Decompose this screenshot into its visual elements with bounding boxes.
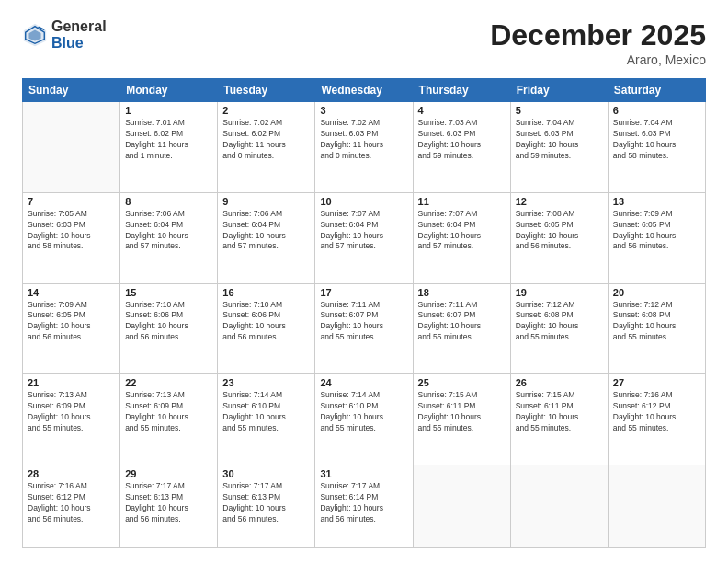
day-cell: 18Sunrise: 7:11 AM Sunset: 6:07 PM Dayli… [413,283,510,374]
title-block: December 2025 Araro, Mexico [490,18,706,67]
day-info: Sunrise: 7:06 AM Sunset: 6:04 PM Dayligh… [222,209,310,253]
logo-general: General [51,18,107,35]
day-number: 7 [28,196,115,207]
header-row: SundayMondayTuesdayWednesdayThursdayFrid… [23,79,706,102]
day-cell: 31Sunrise: 7:17 AM Sunset: 6:14 PM Dayli… [315,465,413,548]
day-cell: 22Sunrise: 7:13 AM Sunset: 6:09 PM Dayli… [120,374,218,465]
day-number: 6 [613,105,700,116]
day-cell: 4Sunrise: 7:03 AM Sunset: 6:03 PM Daylig… [413,102,510,193]
day-info: Sunrise: 7:15 AM Sunset: 6:11 PM Dayligh… [418,390,506,434]
day-cell [510,465,608,548]
day-number: 27 [613,377,700,388]
header: General Blue December 2025 Araro, Mexico [22,18,706,67]
day-number: 3 [320,105,407,116]
day-info: Sunrise: 7:12 AM Sunset: 6:08 PM Dayligh… [516,300,603,344]
day-number: 24 [320,377,407,388]
month-title: December 2025 [490,18,706,52]
day-number: 4 [418,105,506,116]
day-cell: 17Sunrise: 7:11 AM Sunset: 6:07 PM Dayli… [315,283,413,374]
day-number: 29 [125,468,212,479]
day-info: Sunrise: 7:02 AM Sunset: 6:02 PM Dayligh… [222,118,310,162]
col-header-monday: Monday [120,79,218,102]
day-number: 14 [28,287,115,298]
day-info: Sunrise: 7:04 AM Sunset: 6:03 PM Dayligh… [516,118,603,162]
day-cell: 2Sunrise: 7:02 AM Sunset: 6:02 PM Daylig… [218,102,315,193]
day-info: Sunrise: 7:14 AM Sunset: 6:10 PM Dayligh… [320,390,407,434]
day-info: Sunrise: 7:15 AM Sunset: 6:11 PM Dayligh… [516,390,603,434]
day-cell: 29Sunrise: 7:17 AM Sunset: 6:13 PM Dayli… [120,465,218,548]
day-cell: 25Sunrise: 7:15 AM Sunset: 6:11 PM Dayli… [413,374,510,465]
day-cell [23,102,120,193]
day-cell: 16Sunrise: 7:10 AM Sunset: 6:06 PM Dayli… [218,283,315,374]
day-number: 23 [222,377,310,388]
day-number: 12 [516,196,603,207]
week-row-4: 21Sunrise: 7:13 AM Sunset: 6:09 PM Dayli… [23,374,706,465]
logo: General Blue [22,18,107,51]
day-number: 30 [222,468,310,479]
day-info: Sunrise: 7:11 AM Sunset: 6:07 PM Dayligh… [418,300,506,344]
day-number: 31 [320,468,407,479]
day-number: 17 [320,287,407,298]
logo-text: General Blue [51,18,107,51]
day-info: Sunrise: 7:05 AM Sunset: 6:03 PM Dayligh… [28,209,115,253]
day-info: Sunrise: 7:12 AM Sunset: 6:08 PM Dayligh… [613,300,700,344]
day-info: Sunrise: 7:07 AM Sunset: 6:04 PM Dayligh… [418,209,506,253]
day-info: Sunrise: 7:08 AM Sunset: 6:05 PM Dayligh… [516,209,603,253]
day-info: Sunrise: 7:01 AM Sunset: 6:02 PM Dayligh… [125,118,212,162]
week-row-3: 14Sunrise: 7:09 AM Sunset: 6:05 PM Dayli… [23,283,706,374]
day-info: Sunrise: 7:17 AM Sunset: 6:13 PM Dayligh… [125,481,212,525]
day-cell: 19Sunrise: 7:12 AM Sunset: 6:08 PM Dayli… [510,283,608,374]
day-info: Sunrise: 7:11 AM Sunset: 6:07 PM Dayligh… [320,300,407,344]
col-header-thursday: Thursday [413,79,510,102]
day-cell: 21Sunrise: 7:13 AM Sunset: 6:09 PM Dayli… [23,374,120,465]
col-header-wednesday: Wednesday [315,79,413,102]
day-info: Sunrise: 7:06 AM Sunset: 6:04 PM Dayligh… [125,209,212,253]
day-number: 26 [516,377,603,388]
day-info: Sunrise: 7:02 AM Sunset: 6:03 PM Dayligh… [320,118,407,162]
day-cell [413,465,510,548]
day-info: Sunrise: 7:16 AM Sunset: 6:12 PM Dayligh… [28,481,115,525]
day-cell: 11Sunrise: 7:07 AM Sunset: 6:04 PM Dayli… [413,192,510,283]
col-header-saturday: Saturday [608,79,705,102]
day-info: Sunrise: 7:10 AM Sunset: 6:06 PM Dayligh… [222,300,310,344]
day-info: Sunrise: 7:03 AM Sunset: 6:03 PM Dayligh… [418,118,506,162]
day-cell: 3Sunrise: 7:02 AM Sunset: 6:03 PM Daylig… [315,102,413,193]
logo-icon [22,22,48,48]
day-info: Sunrise: 7:04 AM Sunset: 6:03 PM Dayligh… [613,118,700,162]
day-info: Sunrise: 7:13 AM Sunset: 6:09 PM Dayligh… [125,390,212,434]
day-info: Sunrise: 7:17 AM Sunset: 6:13 PM Dayligh… [222,481,310,525]
logo-blue: Blue [51,35,107,52]
day-number: 11 [418,196,506,207]
day-info: Sunrise: 7:09 AM Sunset: 6:05 PM Dayligh… [28,300,115,344]
day-info: Sunrise: 7:17 AM Sunset: 6:14 PM Dayligh… [320,481,407,525]
day-cell: 30Sunrise: 7:17 AM Sunset: 6:13 PM Dayli… [218,465,315,548]
day-cell: 24Sunrise: 7:14 AM Sunset: 6:10 PM Dayli… [315,374,413,465]
day-cell [608,465,705,548]
week-row-5: 28Sunrise: 7:16 AM Sunset: 6:12 PM Dayli… [23,465,706,548]
day-cell: 28Sunrise: 7:16 AM Sunset: 6:12 PM Dayli… [23,465,120,548]
day-number: 15 [125,287,212,298]
day-number: 13 [613,196,700,207]
day-cell: 5Sunrise: 7:04 AM Sunset: 6:03 PM Daylig… [510,102,608,193]
day-number: 21 [28,377,115,388]
day-number: 19 [516,287,603,298]
week-row-2: 7Sunrise: 7:05 AM Sunset: 6:03 PM Daylig… [23,192,706,283]
day-number: 2 [222,105,310,116]
day-cell: 8Sunrise: 7:06 AM Sunset: 6:04 PM Daylig… [120,192,218,283]
day-number: 1 [125,105,212,116]
day-info: Sunrise: 7:16 AM Sunset: 6:12 PM Dayligh… [613,390,700,434]
day-cell: 20Sunrise: 7:12 AM Sunset: 6:08 PM Dayli… [608,283,705,374]
day-number: 25 [418,377,506,388]
day-number: 20 [613,287,700,298]
day-cell: 13Sunrise: 7:09 AM Sunset: 6:05 PM Dayli… [608,192,705,283]
col-header-sunday: Sunday [23,79,120,102]
day-cell: 14Sunrise: 7:09 AM Sunset: 6:05 PM Dayli… [23,283,120,374]
calendar-page: General Blue December 2025 Araro, Mexico… [0,0,728,563]
day-number: 9 [222,196,310,207]
day-info: Sunrise: 7:14 AM Sunset: 6:10 PM Dayligh… [222,390,310,434]
day-cell: 6Sunrise: 7:04 AM Sunset: 6:03 PM Daylig… [608,102,705,193]
day-number: 28 [28,468,115,479]
day-cell: 15Sunrise: 7:10 AM Sunset: 6:06 PM Dayli… [120,283,218,374]
day-cell: 7Sunrise: 7:05 AM Sunset: 6:03 PM Daylig… [23,192,120,283]
day-number: 18 [418,287,506,298]
